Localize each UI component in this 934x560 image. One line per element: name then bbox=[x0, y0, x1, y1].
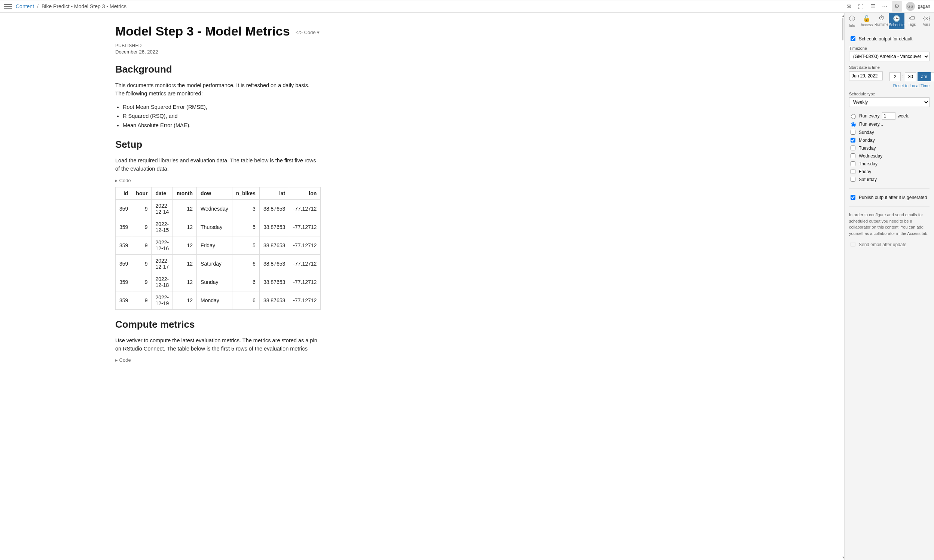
evaluation-table: id hour date month dow n_bikes lat lon 3… bbox=[115, 187, 321, 310]
panel-tabs: ⓘInfo 🔓Access ⏱Runtime 🕒Schedule 🏷Tags {… bbox=[845, 13, 934, 29]
table-row: 35992022-12-1412Wednesday338.87653-77.12… bbox=[115, 199, 321, 218]
th-month: month bbox=[173, 187, 197, 199]
time-colon: : bbox=[902, 74, 903, 79]
day-list: Sunday Monday Tuesday Wednesday Thursday… bbox=[849, 129, 929, 183]
heading-compute: Compute metrics bbox=[115, 319, 317, 332]
day-mon[interactable]: Monday bbox=[849, 137, 929, 144]
username: gagan bbox=[918, 4, 930, 9]
tab-runtime[interactable]: ⏱Runtime bbox=[874, 13, 889, 29]
tab-vars[interactable]: {x}Vars bbox=[919, 13, 934, 29]
settings-panel: ⓘInfo 🔓Access ⏱Runtime 🕒Schedule 🏷Tags {… bbox=[844, 13, 934, 560]
pm-toggle[interactable]: pm bbox=[931, 72, 934, 81]
day-thu[interactable]: Thursday bbox=[849, 160, 929, 167]
table-header-row: id hour date month dow n_bikes lat lon bbox=[115, 187, 321, 199]
collaborator-note: In order to configure and send emails fo… bbox=[849, 212, 929, 237]
top-icons: ✉ ⛶ ☰ ⋯ ⚙ GS gagan bbox=[844, 1, 930, 12]
code-expand-1[interactable]: ▸ Code bbox=[115, 178, 317, 183]
breadcrumb-page: Bike Predict - Model Step 3 - Metrics bbox=[42, 3, 126, 9]
table-row: 35992022-12-1612Friday538.87653-77.12712 bbox=[115, 236, 321, 254]
code-expand-2[interactable]: ▸ Code bbox=[115, 357, 317, 363]
schedule-output-label: Schedule output for default bbox=[859, 36, 912, 42]
day-wed[interactable]: Wednesday bbox=[849, 152, 929, 159]
timezone-label: Timezone bbox=[849, 46, 929, 51]
run-every-post: week. bbox=[898, 113, 909, 118]
heading-setup: Setup bbox=[115, 139, 317, 152]
table-row: 35992022-12-1912Monday638.87653-77.12712 bbox=[115, 291, 321, 309]
reset-local-time-link[interactable]: Reset to Local Time bbox=[893, 83, 929, 88]
send-email-input bbox=[851, 242, 856, 247]
run-every-days-radio[interactable] bbox=[851, 122, 856, 127]
paragraph-background: This documents monitors the model perfor… bbox=[115, 82, 317, 98]
publish-output-label: Publish output after it is generated bbox=[859, 195, 927, 200]
schedule-type-select[interactable]: Weekly bbox=[849, 97, 929, 107]
publish-output-input[interactable] bbox=[851, 195, 856, 200]
run-every-value-input[interactable] bbox=[882, 112, 896, 120]
published-label: PUBLISHED bbox=[115, 43, 317, 48]
th-lat: lat bbox=[259, 187, 289, 199]
day-sat[interactable]: Saturday bbox=[849, 176, 929, 183]
th-id: id bbox=[115, 187, 132, 199]
menu-icon[interactable] bbox=[4, 2, 12, 11]
table-row: 35992022-12-1812Sunday638.87653-77.12712 bbox=[115, 273, 321, 291]
schedule-type-label: Schedule type bbox=[849, 92, 929, 96]
th-hour: hour bbox=[132, 187, 152, 199]
run-every-ellipsis: Run every... bbox=[859, 122, 883, 127]
th-nbikes: n_bikes bbox=[232, 187, 259, 199]
tab-schedule[interactable]: 🕒Schedule bbox=[889, 13, 905, 29]
bullet-rmse: Root Mean Squared Error (RMSE), bbox=[123, 103, 317, 112]
send-email-checkbox[interactable]: Send email after update bbox=[849, 241, 929, 248]
start-label: Start date & time bbox=[849, 65, 929, 69]
document-viewer[interactable]: ▴▾ </> Code ▾ Model Step 3 - Model Metri… bbox=[0, 13, 844, 560]
publish-output-checkbox[interactable]: Publish output after it is generated bbox=[849, 194, 929, 201]
start-date-input[interactable] bbox=[849, 71, 883, 80]
logs-icon[interactable]: ☰ bbox=[868, 1, 878, 12]
topbar: Content / Bike Predict - Model Step 3 - … bbox=[0, 0, 934, 13]
run-every-days-row[interactable]: Run every... bbox=[849, 121, 929, 127]
th-dow: dow bbox=[197, 187, 232, 199]
breadcrumb-content-link[interactable]: Content bbox=[16, 3, 34, 9]
day-tue[interactable]: Tuesday bbox=[849, 145, 929, 151]
table-row: 35992022-12-1512Thursday538.87653-77.127… bbox=[115, 218, 321, 236]
send-email-label: Send email after update bbox=[859, 242, 906, 247]
more-icon[interactable]: ⋯ bbox=[880, 1, 890, 12]
start-hour-input[interactable] bbox=[889, 72, 901, 81]
table-row: 35992022-12-1712Saturday638.87653-77.127… bbox=[115, 254, 321, 273]
bullet-rsq: R Squared (RSQ), and bbox=[123, 111, 317, 121]
start-min-input[interactable] bbox=[905, 72, 916, 81]
metrics-bullets: Root Mean Squared Error (RMSE), R Square… bbox=[123, 103, 317, 130]
avatar[interactable]: GS bbox=[906, 2, 915, 11]
code-menu-button[interactable]: </> Code ▾ bbox=[295, 29, 320, 35]
scrollbar[interactable]: ▴▾ bbox=[841, 13, 844, 560]
breadcrumb: Content / Bike Predict - Model Step 3 - … bbox=[16, 3, 126, 9]
th-date: date bbox=[152, 187, 173, 199]
mail-icon[interactable]: ✉ bbox=[844, 1, 854, 12]
th-lon: lon bbox=[289, 187, 321, 199]
run-every-pre: Run every bbox=[859, 113, 880, 118]
timezone-select[interactable]: (GMT-08:00) America - Vancouver bbox=[849, 52, 929, 62]
page-title: Model Step 3 - Model Metrics bbox=[115, 24, 317, 38]
gear-icon[interactable]: ⚙ bbox=[892, 1, 902, 12]
tab-tags[interactable]: 🏷Tags bbox=[905, 13, 919, 29]
fullscreen-icon[interactable]: ⛶ bbox=[856, 1, 866, 12]
bullet-mae: Mean Absolute Error (MAE). bbox=[123, 121, 317, 130]
run-every-n-row[interactable]: Run every week. bbox=[849, 112, 929, 120]
heading-background: Background bbox=[115, 64, 317, 77]
day-fri[interactable]: Friday bbox=[849, 168, 929, 175]
tab-info[interactable]: ⓘInfo bbox=[845, 13, 859, 29]
schedule-output-checkbox[interactable]: Schedule output for default bbox=[849, 35, 929, 42]
tab-access[interactable]: 🔓Access bbox=[859, 13, 874, 29]
paragraph-compute: Use vetiver to compute the latest evalua… bbox=[115, 337, 317, 353]
published-date: December 26, 2022 bbox=[115, 49, 317, 55]
breadcrumb-sep: / bbox=[37, 3, 38, 9]
am-toggle[interactable]: am bbox=[917, 72, 931, 81]
schedule-output-input[interactable] bbox=[851, 36, 856, 41]
run-every-n-radio[interactable] bbox=[851, 114, 856, 119]
day-sun[interactable]: Sunday bbox=[849, 129, 929, 136]
paragraph-setup: Load the required libraries and evaluati… bbox=[115, 157, 317, 173]
